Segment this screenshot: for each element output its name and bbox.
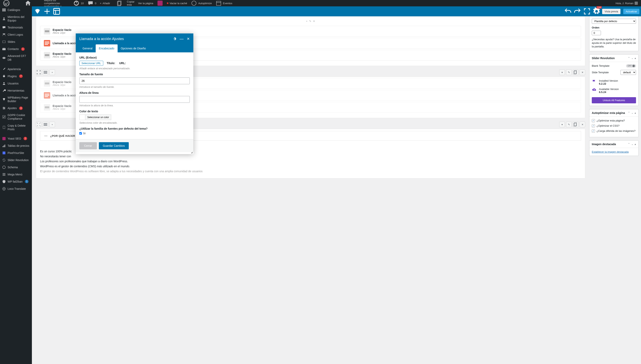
comments[interactable]: 0 bbox=[86, 0, 98, 6]
svg-rect-5 bbox=[216, 1, 221, 6]
cache[interactable]: Vaciar la caché bbox=[165, 0, 189, 6]
site-home[interactable]: Mejora tus competencias profesionales y.… bbox=[12, 0, 71, 6]
wp-logo[interactable] bbox=[2, 0, 11, 6]
yoast-item[interactable] bbox=[155, 0, 165, 6]
svg-point-4 bbox=[192, 1, 196, 6]
red-dot-icon bbox=[167, 2, 168, 4]
autoptimize[interactable]: Autoptimize bbox=[189, 0, 213, 6]
updates-count: 10 bbox=[81, 2, 84, 5]
svg-rect-3 bbox=[157, 0, 163, 6]
updates[interactable]: 10 bbox=[72, 0, 85, 6]
user-greeting[interactable]: Hola, J. Roman bbox=[614, 0, 639, 6]
copy-this[interactable]: Copiar esta bbox=[112, 0, 136, 6]
avatar-icon bbox=[635, 2, 638, 5]
add-new[interactable]: + Añadir bbox=[98, 0, 112, 6]
comments-count: 0 bbox=[95, 2, 96, 5]
events[interactable]: Eventos bbox=[214, 0, 234, 6]
plus-icon: + bbox=[100, 2, 101, 5]
view-page[interactable]: Ver la página bbox=[137, 0, 155, 6]
site-title: Mejora tus competencias profesionales y.… bbox=[44, 0, 70, 6]
